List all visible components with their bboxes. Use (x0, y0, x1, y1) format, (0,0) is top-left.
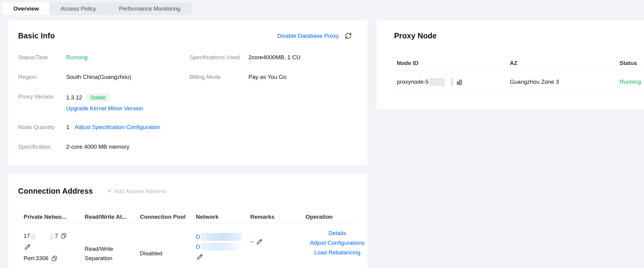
monitor-chart-icon[interactable] (456, 78, 463, 86)
proxy-node-table-row: proxynode-5 Guangzhou Zone 3 Running (397, 70, 644, 94)
upgrade-kernel-link[interactable]: Upgrade Kernel Minor Version (66, 105, 189, 112)
redacted-network-2 (201, 243, 242, 251)
edit-ip-icon[interactable] (24, 243, 31, 251)
col-az: AZ (510, 60, 620, 66)
copy-port-icon[interactable] (51, 255, 57, 262)
network-cell: D D (196, 232, 250, 262)
specification-label: Specification (18, 144, 66, 150)
network-link-2[interactable]: D (196, 244, 200, 250)
tab-access-policy[interactable]: Access Policy (49, 2, 108, 15)
basic-info-title: Basic Info (18, 31, 55, 40)
add-access-address-button[interactable]: + Add Access Address (107, 187, 167, 195)
connection-address-title: Connection Address (18, 187, 93, 195)
proxy-node-table: Node ID AZ Status proxynode-5 Guan (397, 56, 644, 94)
connection-table-row: 17 7 (18, 223, 359, 268)
redacted-network-1 (201, 233, 242, 241)
region-label: Region (18, 74, 66, 80)
proxy-node-table-header: Node ID AZ Status (397, 56, 644, 70)
proxy-node-title: Proxy Node (394, 31, 644, 40)
proxy-version-label: Proxy Version (18, 93, 66, 100)
tab-bar: Overview Access Policy Performance Monit… (3, 2, 192, 15)
col-private-network: Private Netwo... (24, 214, 85, 220)
node-quantity-value: 1 (66, 124, 70, 131)
ip-suffix: 7 (55, 233, 58, 239)
connection-table-header: Private Netwo... Read/Write At... Connec… (18, 211, 359, 223)
redacted-ip (31, 234, 36, 240)
remarks-value: -- (250, 238, 254, 245)
status-value: Running (66, 54, 189, 61)
basic-info-card: Basic Info Disable Database Proxy Status… (8, 21, 367, 165)
adjust-specification-link[interactable]: Adjust Specification Configuration (75, 124, 160, 131)
field-row-proxy-version: Proxy Version 1.3.12Stable Upgrade Kerne… (18, 93, 352, 124)
field-row-specification: Specification 2-core 4000 MB memory (18, 144, 352, 159)
read-write-attr-cell: Read/Write Separation (85, 244, 130, 263)
col-operation: Operation (306, 214, 359, 220)
node-az: Guangzhou Zone 3 (510, 79, 620, 85)
stable-badge: Stable (86, 93, 110, 102)
field-row-region: Region South China(Guangzhou) Billing Mo… (18, 74, 352, 93)
proxy-node-card: Proxy Node Node ID AZ Status proxynode-5 (377, 21, 644, 109)
basic-info-fields: Status/Task Running Specifications Used … (18, 54, 352, 159)
col-status: Status (620, 60, 644, 66)
col-remarks: Remarks (250, 214, 306, 220)
private-network-cell: 17 7 (24, 232, 85, 262)
proxy-overview-page: Overview Access Policy Performance Monit… (0, 0, 644, 268)
plus-icon: + (107, 187, 111, 195)
col-network: Network (196, 214, 250, 220)
field-row-node-quantity: Node Quantity 1 Adjust Specification Con… (18, 124, 352, 144)
details-link[interactable]: Details (328, 230, 346, 237)
billing-mode-label: Billing Mode (189, 74, 248, 80)
connection-pool-cell: Disabled (140, 250, 196, 257)
node-status: Running (620, 79, 644, 85)
node-quantity-label: Node Quantity (18, 124, 66, 131)
remarks-cell: -- (250, 238, 306, 246)
status-label: Status/Task (18, 54, 66, 61)
ip-prefix: 17 (24, 233, 30, 239)
copy-ip-icon[interactable] (60, 233, 67, 239)
adjust-configurations-link[interactable]: Adjust Configurations (310, 240, 365, 246)
tab-performance-monitoring[interactable]: Performance Monitoring (108, 2, 192, 15)
col-node-id: Node ID (397, 60, 510, 66)
connection-address-table: Private Netwo... Read/Write At... Connec… (18, 211, 359, 268)
edit-network-icon[interactable] (196, 253, 204, 261)
proxy-version-value: 1.3.12 (66, 94, 82, 101)
field-row-status: Status/Task Running Specifications Used … (18, 54, 352, 74)
connection-address-card: Connection Address + Add Access Address … (8, 174, 367, 268)
edit-remarks-icon[interactable] (255, 238, 263, 246)
specs-used-value: 2core4000MB, 1 CU (248, 54, 352, 61)
operation-cell: Details Adjust Configurations Load Rebal… (306, 230, 367, 256)
network-link-1[interactable]: D (196, 234, 200, 240)
load-rebalancing-link[interactable]: Load Rebalancing (314, 249, 360, 256)
specs-used-label: Specifications Used (189, 54, 248, 61)
redacted-ip-2 (50, 234, 53, 240)
refresh-icon[interactable] (344, 32, 352, 40)
add-access-address-label: Add Access Address (114, 188, 167, 195)
redacted-node-id-2 (451, 78, 454, 86)
region-value: South China(Guangzhou) (66, 74, 189, 80)
col-connection-pool: Connection Pool (140, 214, 196, 220)
billing-mode-value: Pay as You Go (248, 74, 352, 80)
tab-overview[interactable]: Overview (3, 2, 49, 15)
node-id-text: proxynode-5 (397, 79, 429, 85)
port-text: Port:3306 (24, 255, 48, 262)
col-read-write-attr: Read/Write At... (85, 214, 140, 220)
disable-database-proxy-link[interactable]: Disable Database Proxy (277, 33, 339, 39)
redacted-node-id (430, 78, 445, 86)
specification-value: 2-core 4000 MB memory (66, 144, 189, 150)
